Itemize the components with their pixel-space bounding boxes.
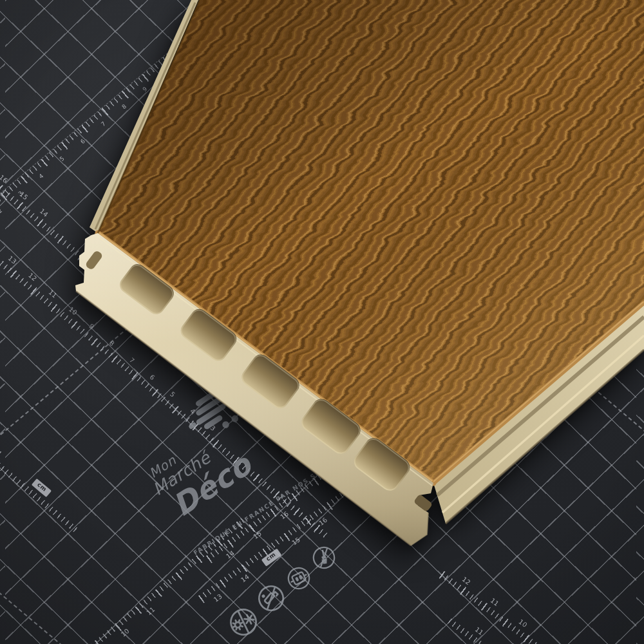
decking-board — [0, 0, 644, 644]
product-photo-stage: 14 13 12 11 10 9 8 7 6 5 4 3 16 15 14 — [0, 0, 644, 644]
